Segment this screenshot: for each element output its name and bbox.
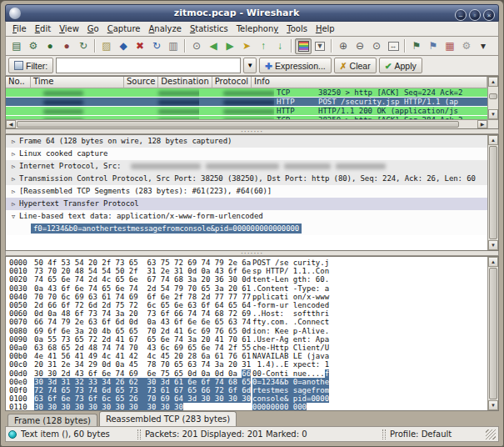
details-vscrollbar[interactable]: ▲ ▼ xyxy=(487,135,498,250)
menu-tools[interactable]: Tools xyxy=(282,23,312,34)
coloring-rules-button[interactable]: ▦ xyxy=(442,38,458,54)
close-button[interactable]: × xyxy=(483,9,495,21)
capture-filters-button[interactable]: ⚑ xyxy=(408,38,425,54)
zoom-in-button[interactable]: ⊕ xyxy=(335,38,352,54)
save-file-button[interactable]: ◆ xyxy=(115,38,132,54)
detail-row[interactable]: ▷Internet Protocol, Src: xyxy=(6,160,487,173)
expander-icon[interactable]: ▷ xyxy=(7,136,19,148)
open-file-button[interactable]: ▨ xyxy=(98,38,115,54)
go-to-packet-button[interactable]: ➤ xyxy=(238,38,255,54)
expander-open-icon[interactable]: ▽ xyxy=(7,211,19,223)
expert-info-icon[interactable] xyxy=(8,430,17,439)
detail-row[interactable]: ▷Frame 64 (128 bytes on wire, 128 bytes … xyxy=(6,135,487,148)
column-header-info[interactable]: Info xyxy=(252,77,487,88)
go-back-button[interactable]: ◀ xyxy=(205,38,222,54)
minimize-button[interactable]: – xyxy=(455,9,467,21)
menu-telephony[interactable]: Telephony xyxy=(232,23,283,34)
scroll-right-icon[interactable]: ▶ xyxy=(477,120,487,128)
packet-row[interactable]: HTTPPOST /security.jsp HTTP/1.1 (ap xyxy=(6,98,487,107)
hex-row[interactable]: 001073 70 20 48 54 54 50 2f 31 2e 31 0d … xyxy=(9,267,487,275)
column-header-no[interactable]: No.. xyxy=(6,77,31,88)
packet-list-hscrollbar[interactable]: ◀ ▶ xyxy=(6,119,498,128)
capture-options-button[interactable]: ⚙ xyxy=(25,38,42,54)
resize-columns-button[interactable]: ↔ xyxy=(385,38,402,54)
detail-row[interactable]: f0=1234&b0=anothertestmessagefromconsole… xyxy=(6,223,487,235)
scroll-up-icon[interactable]: ▲ xyxy=(488,135,498,145)
hex-row[interactable]: 00600d 0a 48 6f 73 74 3a 20 73 6f 66 74 … xyxy=(9,309,487,318)
hex-row[interactable]: 00d030 30 2d 43 6f 6e 74 69 6e 75 65 0d … xyxy=(9,369,487,378)
hex-row[interactable]: 004070 70 6c 69 63 61 74 69 6f 6e 2f 78 … xyxy=(9,293,487,301)
hex-row[interactable]: 00b04e 41 56 41 49 4c 41 42 4c 45 20 28 … xyxy=(9,352,487,360)
scroll-thumb[interactable] xyxy=(17,121,459,128)
filter-history-dropdown[interactable]: ▼ xyxy=(243,58,257,73)
menu-analyze[interactable]: Analyze xyxy=(145,23,186,34)
scroll-thumb[interactable] xyxy=(489,268,497,399)
hex-row[interactable]: 00900a 55 73 65 72 2d 41 67 65 6e 74 3a … xyxy=(9,335,487,344)
hex-row[interactable]: 00f072 74 65 73 74 6d 65 73 73 61 67 65 … xyxy=(9,386,487,394)
column-header-destination[interactable]: Destination xyxy=(158,77,212,88)
go-to-top-button[interactable]: ↑ xyxy=(255,38,272,54)
auto-scroll-button[interactable]: ▼ xyxy=(312,38,328,54)
hex-row[interactable]: 010063 6f 6e 73 6f 6c 65 26 70 69 64 3d … xyxy=(9,394,487,403)
menu-edit[interactable]: Edit xyxy=(31,23,55,34)
scroll-thumb[interactable] xyxy=(489,93,497,99)
capture-restart-button[interactable]: ↻ xyxy=(75,38,92,54)
column-header-source[interactable]: Source xyxy=(124,77,158,88)
detail-row[interactable]: ▽Line-based text data: application/x-www… xyxy=(6,210,487,223)
menu-statistics[interactable]: Statistics xyxy=(186,23,232,34)
scroll-up-icon[interactable]: ▲ xyxy=(488,77,498,87)
scroll-thumb[interactable] xyxy=(489,146,497,239)
filter-button[interactable]: Filter: xyxy=(8,58,53,73)
colorize-button[interactable] xyxy=(295,38,312,54)
zoom-out-button[interactable]: ⊖ xyxy=(352,38,368,54)
packet-row[interactable]: HTTPHTTP/1.1 200 OK (application/js xyxy=(6,107,487,116)
clear-button[interactable]: ✗ Clear xyxy=(334,58,377,73)
hex-row[interactable]: 011030 30 30 30 30 30 30 30 30 30 300000… xyxy=(9,403,487,410)
scroll-down-icon[interactable]: ▼ xyxy=(488,109,498,119)
column-header-protocol[interactable]: Protocol xyxy=(212,77,252,88)
hex-row[interactable]: 007066 74 79 2e 63 6f 6d 0d 0a 43 6f 6e … xyxy=(9,318,487,326)
print-button[interactable]: ▥ xyxy=(165,38,182,54)
scroll-down-icon[interactable]: ▼ xyxy=(488,240,498,250)
detail-row[interactable]: ▷Hypertext Transfer Protocol xyxy=(6,198,487,210)
window-resize-grip[interactable] xyxy=(486,429,496,439)
scroll-left-icon[interactable]: ◀ xyxy=(6,120,16,128)
scroll-up-icon[interactable]: ▲ xyxy=(488,257,498,267)
tab-frame-128-bytes-[interactable]: Frame (128 bytes) xyxy=(7,414,97,426)
hex-row[interactable]: 00300a 43 6f 6e 74 65 6e 74 2d 54 79 70 … xyxy=(9,284,487,293)
hex-row[interactable]: 002074 65 6e 74 2d 4c 65 6e 67 74 68 3a … xyxy=(9,275,487,284)
hex-row[interactable]: 00c020 31 2e 34 29 0d 0a 45 78 70 65 63 … xyxy=(9,360,487,369)
close-file-button[interactable]: ✖ xyxy=(132,38,148,54)
packet-row[interactable]: TCP38250 > http [ACK] Seq=224 Ack=2 xyxy=(6,88,487,98)
hex-row[interactable]: 00e030 3d 31 32 33 34 26 62 30 3d 61 6e … xyxy=(9,378,487,386)
expander-icon[interactable]: ▷ xyxy=(7,186,19,198)
capture-stop-button[interactable]: ● xyxy=(58,38,75,54)
hex-row[interactable]: 00502d 66 6f 72 6d 2d 75 72 6c 65 6e 63 … xyxy=(9,301,487,309)
detail-row[interactable]: ▷Linux cooked capture xyxy=(6,148,487,160)
column-header-time[interactable]: Time xyxy=(31,77,124,88)
tab-reassembled-tcp-283-bytes-[interactable]: Reassembled TCP (283 bytes) xyxy=(99,411,237,426)
filter-input[interactable] xyxy=(56,58,241,73)
detail-row[interactable]: ▷Transmission Control Protocol, Src Port… xyxy=(6,173,487,185)
menu-capture[interactable]: Capture xyxy=(103,23,145,34)
zoom-100-button[interactable]: ⊙ xyxy=(368,38,385,54)
scroll-down-icon[interactable]: ▼ xyxy=(488,400,498,410)
maximize-button[interactable]: ▫ xyxy=(469,9,481,21)
hex-row[interactable]: 00a063 68 65 2d 48 74 74 70 43 6c 69 65 … xyxy=(9,344,487,352)
expander-icon[interactable]: ▷ xyxy=(7,161,19,173)
menu-help[interactable]: Help xyxy=(312,23,339,34)
expression-button[interactable]: ✚ Expression... xyxy=(259,58,332,73)
go-to-bottom-button[interactable]: ↓ xyxy=(272,38,288,54)
packet-list-vscrollbar[interactable]: ▲ ▼ xyxy=(487,77,498,119)
go-forward-button[interactable]: ▶ xyxy=(222,38,238,54)
apply-button[interactable]: ✔ Apply xyxy=(379,58,422,73)
hex-row[interactable]: 008069 6f 6e 3a 20 4b 65 65 70 2d 41 6c … xyxy=(9,327,487,335)
display-filters-button[interactable]: ⚑ xyxy=(425,38,442,54)
expander-icon[interactable]: ▷ xyxy=(7,148,19,160)
reload-button[interactable]: ↻ xyxy=(148,38,165,54)
menu-view[interactable]: View xyxy=(55,23,83,34)
hex-row[interactable]: 000050 4f 53 54 20 2f 73 65 63 75 72 69 … xyxy=(9,259,487,267)
menu-go[interactable]: Go xyxy=(83,23,103,34)
menu-file[interactable]: File xyxy=(8,23,31,34)
find-packet-button[interactable]: ⊙ xyxy=(188,38,205,54)
